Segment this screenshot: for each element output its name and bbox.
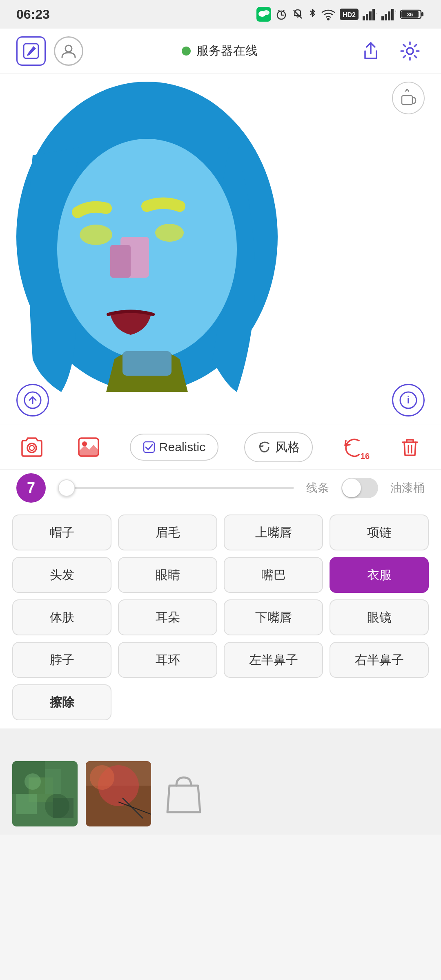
upload-icon bbox=[24, 391, 42, 409]
user-icon-button[interactable] bbox=[54, 36, 83, 66]
bell-mute-icon bbox=[292, 8, 304, 20]
svg-point-41 bbox=[27, 443, 36, 452]
mode-toggle[interactable] bbox=[341, 478, 378, 498]
svg-text:2G: 2G bbox=[376, 9, 377, 15]
gallery-icon bbox=[77, 437, 100, 458]
svg-point-29 bbox=[407, 48, 413, 54]
edit-icon-button[interactable] bbox=[16, 36, 46, 66]
svg-point-54 bbox=[24, 773, 41, 790]
svg-rect-36 bbox=[110, 245, 131, 278]
bucket-mode-label: 油漆桶 bbox=[390, 480, 425, 496]
label-btn-hat[interactable]: 帽子 bbox=[12, 514, 111, 550]
label-btn-eye[interactable]: 眼睛 bbox=[118, 557, 217, 593]
bottom-thumbnail-area bbox=[0, 728, 441, 835]
label-btn-erase[interactable]: 擦除 bbox=[12, 684, 111, 720]
bluetooth-icon bbox=[308, 8, 317, 21]
undo-count: 16 bbox=[361, 452, 370, 461]
label-btn-right-nose[interactable]: 右半鼻子 bbox=[330, 642, 429, 678]
label-btn-earring[interactable]: 耳环 bbox=[118, 642, 217, 678]
svg-rect-24 bbox=[421, 12, 423, 16]
thumbnail-1-preview bbox=[12, 761, 78, 826]
realistic-label: Realistic bbox=[159, 440, 205, 454]
face-drawing bbox=[0, 74, 441, 425]
svg-rect-52 bbox=[45, 769, 61, 794]
thumbnail-list bbox=[12, 761, 208, 826]
info-button[interactable]: i bbox=[392, 384, 425, 416]
label-btn-neck[interactable]: 脖子 bbox=[12, 642, 111, 678]
svg-point-42 bbox=[29, 445, 34, 450]
undo-button[interactable]: 16 bbox=[339, 432, 370, 462]
style-button[interactable]: 风格 bbox=[244, 432, 313, 462]
svg-rect-14 bbox=[366, 14, 368, 20]
toggle-knob bbox=[342, 479, 361, 497]
brush-slider[interactable] bbox=[58, 487, 294, 489]
thumbnail-item-1[interactable] bbox=[12, 761, 78, 826]
label-btn-mouth[interactable]: 嘴巴 bbox=[224, 557, 323, 593]
svg-rect-51 bbox=[16, 794, 37, 814]
gallery-button[interactable] bbox=[73, 432, 104, 462]
settings-icon bbox=[399, 40, 421, 62]
status-time: 06:23 bbox=[16, 7, 50, 22]
svg-text:i: i bbox=[407, 394, 410, 406]
signal1-icon: 2G bbox=[363, 8, 377, 20]
server-status-area: 服务器在线 bbox=[182, 42, 258, 59]
label-btn-glasses[interactable]: 眼镜 bbox=[330, 599, 429, 635]
svg-point-55 bbox=[45, 794, 69, 818]
status-bar: 06:23 bbox=[0, 0, 441, 29]
label-btn-clothes[interactable]: 衣服 bbox=[330, 557, 429, 593]
brush-size-number[interactable]: 7 bbox=[16, 473, 46, 503]
realistic-button[interactable]: Realistic bbox=[130, 434, 218, 461]
toolbar-right bbox=[356, 36, 425, 66]
brush-settings-row: 7 线条 油漆桶 bbox=[0, 470, 441, 506]
svg-rect-30 bbox=[402, 96, 412, 105]
toolbar-left bbox=[16, 36, 83, 66]
labels-grid: 帽子眉毛上嘴唇项链头发眼睛嘴巴衣服体肤耳朵下嘴唇眼镜脖子耳环左半鼻子右半鼻子擦除 bbox=[0, 506, 441, 728]
svg-point-28 bbox=[65, 45, 72, 52]
shopping-bag-button[interactable] bbox=[159, 769, 208, 818]
wifi-icon bbox=[321, 8, 336, 20]
label-btn-upper-lip[interactable]: 上嘴唇 bbox=[224, 514, 323, 550]
svg-point-34 bbox=[155, 224, 184, 242]
coffee-icon bbox=[399, 89, 417, 107]
alarm-icon bbox=[275, 8, 287, 20]
hd-icon: HD2 bbox=[340, 9, 359, 20]
svg-point-33 bbox=[80, 225, 112, 245]
svg-point-2 bbox=[263, 10, 270, 15]
thumbnail-item-2[interactable] bbox=[86, 761, 151, 826]
svg-rect-20 bbox=[388, 11, 390, 20]
delete-button[interactable] bbox=[395, 432, 425, 462]
svg-text:HD2: HD2 bbox=[343, 11, 356, 18]
settings-button[interactable] bbox=[395, 36, 425, 66]
label-btn-left-nose[interactable]: 左半鼻子 bbox=[224, 642, 323, 678]
coffee-button[interactable] bbox=[392, 82, 425, 114]
label-btn-necklace[interactable]: 项链 bbox=[330, 514, 429, 550]
edit-icon bbox=[22, 42, 40, 60]
signal2-icon: 5G bbox=[381, 8, 396, 20]
battery-icon: 36 bbox=[400, 8, 425, 20]
upload-button[interactable] bbox=[16, 384, 49, 416]
label-btn-eyebrow[interactable]: 眉毛 bbox=[118, 514, 217, 550]
share-button[interactable] bbox=[356, 36, 385, 66]
drawing-canvas-area[interactable]: i bbox=[0, 74, 441, 425]
user-icon bbox=[60, 42, 78, 60]
label-btn-hair[interactable]: 头发 bbox=[12, 557, 111, 593]
checkmark-icon bbox=[143, 441, 155, 453]
svg-rect-13 bbox=[363, 16, 365, 20]
svg-rect-19 bbox=[385, 14, 387, 20]
share-icon bbox=[360, 40, 381, 62]
svg-rect-21 bbox=[391, 9, 394, 20]
server-status-dot bbox=[182, 47, 191, 56]
style-label: 风格 bbox=[275, 439, 300, 456]
camera-icon bbox=[20, 437, 43, 458]
status-icons: HD2 2G 5G 36 bbox=[256, 7, 425, 22]
label-btn-ear[interactable]: 耳朵 bbox=[118, 599, 217, 635]
label-btn-lower-lip[interactable]: 下嘴唇 bbox=[224, 599, 323, 635]
label-btn-skin[interactable]: 体肤 bbox=[12, 599, 111, 635]
svg-text:36: 36 bbox=[407, 11, 413, 18]
wechat-icon bbox=[256, 7, 271, 22]
svg-text:5G: 5G bbox=[395, 9, 396, 15]
svg-rect-15 bbox=[369, 11, 372, 20]
camera-button[interactable] bbox=[16, 432, 47, 462]
trash-icon bbox=[399, 437, 421, 458]
svg-point-59 bbox=[90, 765, 114, 790]
